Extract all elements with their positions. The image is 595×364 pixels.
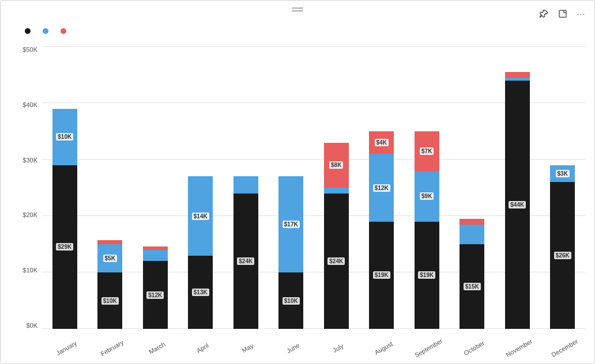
bar-black-february: $10K	[97, 272, 122, 329]
x-label-august: August	[362, 333, 405, 362]
bar-black-november: $44K	[505, 81, 530, 329]
y-label-30k: $30K	[18, 157, 40, 164]
bar-group-october[interactable]: $15K	[450, 47, 495, 329]
bar-red-august: $4K	[369, 131, 394, 154]
bar-blue-july	[324, 188, 349, 194]
bar-blue-june: $17K	[278, 176, 303, 272]
bar-group-january[interactable]: $10K$29K	[42, 47, 88, 329]
bar-group-march[interactable]: $12K	[133, 47, 178, 329]
bar-blue-april: $14K	[188, 176, 213, 255]
chart-area: $0K $10K $20K $30K $40K $50K $10K$29K$5K…	[18, 47, 585, 329]
x-label-july: July	[317, 333, 359, 362]
legend-item-blue	[43, 28, 51, 34]
bar-black-april: $13K	[188, 256, 213, 329]
bars-area: $10K$29K$5K$10K$12K$14K$13K$24K$17K$10K$…	[42, 47, 585, 329]
bar-group-september[interactable]: $7K$9K$19K	[404, 47, 450, 329]
bar-group-december[interactable]: $3K$26K	[540, 47, 586, 329]
x-axis: JanuaryFebruaryMarchAprilMayJuneJulyAugu…	[42, 343, 585, 352]
y-label-20k: $20K	[18, 212, 40, 218]
bar-black-july: $24K	[324, 194, 349, 329]
legend-dot-black	[25, 28, 31, 34]
bar-blue-december: $3K	[550, 165, 575, 182]
bar-black-march: $12K	[143, 261, 168, 329]
bar-red-november	[505, 72, 530, 78]
chart-container: ··· $0K $10K $20K $30K $40K $50K	[0, 0, 595, 364]
x-label-april: April	[181, 333, 224, 362]
x-label-june: June	[272, 333, 314, 362]
bar-black-august: $19K	[369, 222, 394, 329]
drag-handle[interactable]	[292, 7, 303, 12]
bar-red-july: $8K	[324, 143, 349, 188]
bar-group-july[interactable]: $8K$24K	[314, 47, 359, 329]
y-axis: $0K $10K $20K $30K $40K $50K	[18, 47, 40, 329]
bar-blue-january: $10K	[52, 109, 77, 165]
bar-black-may: $24K	[234, 194, 258, 329]
legend-item-red	[61, 28, 69, 34]
bar-black-december: $26K	[550, 182, 575, 329]
bar-blue-february: $5K	[97, 244, 122, 272]
y-label-0k: $0K	[18, 323, 40, 329]
x-label-march: March	[135, 333, 178, 362]
bar-blue-september: $9K	[415, 171, 439, 222]
toolbar: ···	[538, 7, 588, 20]
bar-black-october: $15K	[460, 244, 484, 329]
bar-red-february	[97, 240, 122, 244]
more-options-button[interactable]: ···	[575, 7, 588, 20]
bar-blue-march	[143, 250, 168, 261]
bar-group-june[interactable]: $17K$10K	[269, 47, 314, 329]
legend	[12, 28, 69, 34]
svg-rect-0	[559, 10, 566, 17]
expand-button[interactable]	[556, 7, 569, 20]
x-label-december: December	[543, 333, 586, 362]
bar-blue-october	[460, 225, 484, 244]
y-label-50k: $50K	[18, 47, 40, 53]
bar-group-february[interactable]: $5K$10K	[88, 47, 133, 329]
x-label-may: May	[226, 333, 269, 362]
x-label-february: February	[91, 333, 133, 362]
legend-dot-blue	[43, 28, 48, 34]
legend-dot-red	[61, 28, 66, 34]
bar-group-november[interactable]: $44K	[495, 47, 540, 329]
y-label-40k: $40K	[18, 102, 40, 108]
x-label-january: January	[45, 333, 88, 362]
bar-blue-august: $12K	[369, 154, 394, 222]
x-label-november: November	[498, 333, 540, 362]
bar-black-september: $19K	[415, 222, 439, 329]
bar-red-october	[460, 219, 484, 225]
bar-blue-may	[234, 176, 258, 193]
bar-group-april[interactable]: $14K$13K	[178, 47, 224, 329]
drag-handle-area[interactable]	[292, 7, 303, 12]
bar-group-may[interactable]: $24K	[223, 47, 269, 329]
bar-black-june: $10K	[278, 272, 303, 329]
x-label-september: September	[407, 333, 450, 362]
pin-button[interactable]	[538, 7, 551, 20]
y-label-10k: $10K	[18, 267, 40, 274]
bar-black-january: $29K	[52, 165, 77, 329]
legend-item-black	[25, 28, 33, 34]
x-label-october: October	[453, 333, 495, 362]
bar-group-august[interactable]: $4K$12K$19K	[359, 47, 405, 329]
bar-red-september: $7K	[415, 131, 439, 171]
